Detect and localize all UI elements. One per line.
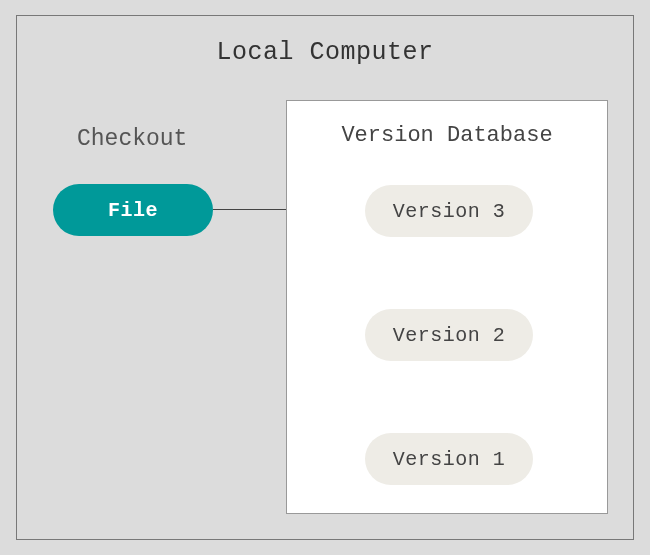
version-3-node: Version 3 xyxy=(365,185,533,237)
version-2-node: Version 2 xyxy=(365,309,533,361)
local-computer-frame: Local Computer Checkout File Version Dat… xyxy=(16,15,634,540)
version-3-label: Version 3 xyxy=(393,200,506,223)
version-database-box: Version Database Version 3 Version 2 Ver… xyxy=(286,100,608,514)
file-node-label: File xyxy=(108,199,158,222)
diagram-title: Local Computer xyxy=(17,38,633,67)
version-1-label: Version 1 xyxy=(393,448,506,471)
version-database-title: Version Database xyxy=(287,123,607,148)
checkout-label: Checkout xyxy=(77,126,187,152)
version-2-label: Version 2 xyxy=(393,324,506,347)
file-node: File xyxy=(53,184,213,236)
version-1-node: Version 1 xyxy=(365,433,533,485)
